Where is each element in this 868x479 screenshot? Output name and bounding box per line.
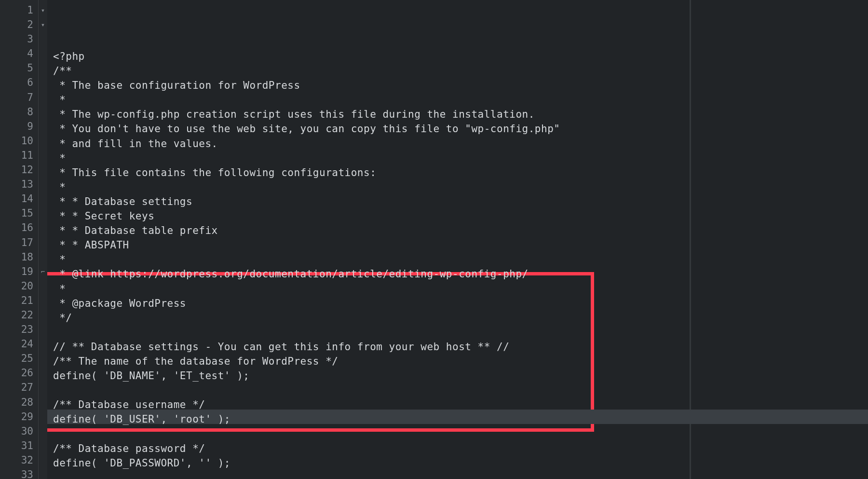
code-line[interactable]: * The base configuration for WordPress — [47, 78, 868, 93]
line-number[interactable]: 24 — [0, 337, 38, 351]
code-line[interactable]: * * Secret keys — [47, 209, 868, 223]
line-number[interactable]: 7 — [0, 90, 38, 105]
fold-marker-empty — [39, 279, 47, 293]
code-line[interactable]: define( 'DB_NAME', 'ET_test' ); — [47, 369, 868, 383]
line-number[interactable]: 32 — [0, 453, 38, 467]
line-number[interactable]: 27 — [0, 380, 38, 395]
fold-marker-empty — [39, 220, 47, 235]
code-line[interactable] — [47, 325, 868, 340]
line-number[interactable]: 16 — [0, 220, 38, 235]
line-number[interactable]: 12 — [0, 163, 38, 177]
fold-marker-empty — [39, 250, 47, 264]
code-line[interactable]: * — [47, 180, 868, 194]
fold-marker-empty — [39, 90, 47, 105]
line-number[interactable]: 18 — [0, 250, 38, 264]
line-number[interactable]: 33 — [0, 467, 38, 479]
code-line[interactable]: * @link https://wordpress.org/documentat… — [47, 267, 868, 281]
code-line[interactable]: * * Database settings — [47, 194, 868, 209]
line-number[interactable]: 22 — [0, 308, 38, 322]
code-line[interactable]: * This file contains the following confi… — [47, 165, 868, 180]
code-line[interactable]: /** Database username */ — [47, 397, 868, 412]
fold-marker-empty — [39, 424, 47, 438]
fold-marker-icon[interactable]: ▾ — [39, 3, 47, 17]
fold-marker-empty — [39, 148, 47, 163]
fold-marker-empty — [39, 380, 47, 395]
fold-marker-empty — [39, 351, 47, 366]
line-number[interactable]: 4 — [0, 46, 38, 61]
code-line[interactable]: // ** Database settings - You can get th… — [47, 340, 868, 354]
code-line[interactable]: /** The name of the database for WordPre… — [47, 354, 868, 369]
line-number[interactable]: 26 — [0, 366, 38, 380]
code-line[interactable]: * The wp-config.php creation script uses… — [47, 107, 868, 122]
fold-marker-empty — [39, 177, 47, 192]
fold-marker-empty — [39, 32, 47, 46]
code-editor: 1234567891011121314151617181920212223242… — [0, 0, 868, 479]
line-number[interactable]: 30 — [0, 424, 38, 438]
fold-marker-empty — [39, 46, 47, 61]
fold-marker-empty — [39, 235, 47, 250]
fold-marker-empty — [39, 192, 47, 206]
line-number[interactable]: 31 — [0, 438, 38, 453]
code-line[interactable]: * * Database table prefix — [47, 223, 868, 238]
line-number[interactable]: 3 — [0, 32, 38, 46]
line-number[interactable]: 20 — [0, 279, 38, 293]
fold-marker-empty — [39, 163, 47, 177]
fold-marker-empty — [39, 366, 47, 380]
code-line[interactable]: * @package WordPress — [47, 296, 868, 311]
code-line[interactable]: * — [47, 252, 868, 267]
fold-marker-empty — [39, 438, 47, 453]
line-number[interactable]: 29 — [0, 410, 38, 424]
line-number[interactable]: 14 — [0, 192, 38, 206]
code-line[interactable]: define( 'DB_PASSWORD', '' ); — [47, 456, 868, 470]
fold-marker-empty — [39, 119, 47, 134]
line-number[interactable]: 6 — [0, 75, 38, 90]
code-line[interactable]: /** Database password */ — [47, 441, 868, 456]
fold-marker-empty — [39, 206, 47, 220]
code-line[interactable]: /** — [47, 64, 868, 78]
line-number[interactable]: 2 — [0, 17, 38, 32]
code-line[interactable]: * You don't have to use the web site, yo… — [47, 122, 868, 136]
line-number[interactable]: 25 — [0, 351, 38, 366]
line-number[interactable]: 8 — [0, 105, 38, 119]
line-number[interactable]: 17 — [0, 235, 38, 250]
fold-marker-empty — [39, 308, 47, 322]
fold-marker-empty — [39, 293, 47, 308]
code-line[interactable]: */ — [47, 311, 868, 325]
fold-marker-empty — [39, 467, 47, 479]
code-line[interactable]: * and fill in the values. — [47, 137, 868, 151]
code-line[interactable]: <?php — [47, 49, 868, 64]
line-number[interactable]: 9 — [0, 119, 38, 134]
line-number[interactable]: 10 — [0, 134, 38, 148]
fold-marker-column[interactable]: ▾▾⌐ — [39, 0, 47, 479]
line-number[interactable]: 28 — [0, 395, 38, 410]
code-line[interactable]: * * ABSPATH — [47, 238, 868, 252]
fold-marker-empty — [39, 410, 47, 424]
line-number[interactable]: 23 — [0, 322, 38, 337]
code-line[interactable]: define( 'DB_USER', 'root' ); — [47, 412, 868, 426]
fold-marker-empty — [39, 322, 47, 337]
code-line[interactable]: * — [47, 93, 868, 107]
fold-marker-icon[interactable]: ▾ — [39, 17, 47, 32]
code-area[interactable]: <?php/** * The base configuration for Wo… — [47, 0, 868, 479]
line-number[interactable]: 1 — [0, 3, 38, 17]
fold-marker-empty — [39, 134, 47, 148]
line-number-gutter[interactable]: 1234567891011121314151617181920212223242… — [0, 0, 39, 479]
fold-marker-empty — [39, 75, 47, 90]
fold-marker-empty — [39, 453, 47, 467]
code-line[interactable]: * — [47, 282, 868, 296]
line-number[interactable]: 21 — [0, 293, 38, 308]
fold-marker-empty — [39, 105, 47, 119]
line-number[interactable]: 13 — [0, 177, 38, 192]
line-number[interactable]: 15 — [0, 206, 38, 220]
fold-marker-empty — [39, 337, 47, 351]
code-line[interactable]: * — [47, 151, 868, 165]
line-number[interactable]: 5 — [0, 61, 38, 75]
code-line[interactable] — [47, 470, 868, 479]
fold-marker-icon[interactable]: ⌐ — [39, 264, 47, 279]
code-line[interactable] — [47, 426, 868, 441]
line-number[interactable]: 11 — [0, 148, 38, 163]
code-line[interactable] — [47, 383, 868, 397]
fold-marker-empty — [39, 61, 47, 75]
fold-marker-empty — [39, 395, 47, 410]
line-number[interactable]: 19 — [0, 264, 38, 279]
